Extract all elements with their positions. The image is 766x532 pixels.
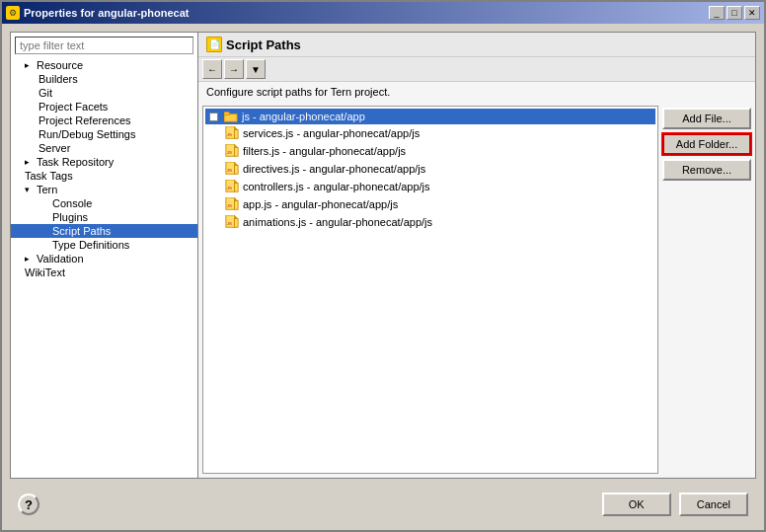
cancel-button[interactable]: Cancel [679,493,748,516]
sidebar-item-project-facets-label: Project Facets [38,101,108,113]
svg-text:JS: JS [227,221,232,226]
js-file-icon-4: JS [225,197,239,211]
bottom-buttons: OK Cancel [602,493,748,516]
dropdown-button[interactable]: ▼ [246,59,266,79]
file-tree-item-label-4: app.js - angular-phonecat/app/js [243,198,398,210]
ok-button[interactable]: OK [602,493,671,516]
svg-text:JS: JS [227,203,232,208]
sidebar-item-project-references[interactable]: Project References [11,114,197,127]
svg-marker-19 [235,197,239,201]
file-tree-root-label: js - angular-phonecat/app [242,111,365,122]
minimize-button[interactable]: _ [709,6,725,20]
remove-button[interactable]: Remove... [662,159,751,181]
sidebar-item-project-references-label: Project References [38,114,131,126]
sidebar-item-console[interactable]: Console [11,196,197,210]
svg-text:JS: JS [227,132,232,137]
file-tree-item-2[interactable]: JS directives.js - angular-phonecat/app/… [205,160,655,178]
file-tree-item-0[interactable]: JS services.js - angular-phonecat/app/js [205,124,655,142]
help-button[interactable]: ? [18,494,39,515]
file-tree-item-3[interactable]: JS controllers.js - angular-phonecat/app… [205,178,655,195]
maximize-button[interactable]: □ [727,6,742,20]
close-button[interactable]: ✕ [744,6,760,20]
sidebar-item-script-paths-label: Script Paths [52,225,111,237]
svg-rect-4 [235,130,239,139]
sidebar-item-validation-label: Validation [37,253,84,265]
js-file-icon-2: JS [225,162,239,176]
sidebar-item-run-debug-label: Run/Debug Settings [38,128,135,140]
expand-tern-icon: ▾ [25,185,35,194]
svg-rect-24 [235,219,239,228]
file-tree-item-5[interactable]: JS animations.js - angular-phonecat/app/… [205,213,655,231]
sidebar-item-task-repository[interactable]: ▸ Task Repository [11,155,197,169]
sidebar-item-server-label: Server [38,142,70,154]
sidebar-item-console-label: Console [52,197,92,209]
expand-validation-icon: ▸ [25,254,35,264]
svg-rect-20 [235,201,239,210]
sidebar-item-resource-label: Resource [37,59,83,71]
filter-input[interactable] [15,37,193,54]
svg-marker-23 [235,215,239,219]
svg-marker-3 [235,126,239,130]
forward-button[interactable]: → [224,59,244,79]
sidebar-item-wikitext-label: WikiText [25,266,65,278]
js-file-icon-0: JS [225,126,239,140]
sidebar-item-tern[interactable]: ▾ Tern [11,183,197,196]
window-controls: _ □ ✕ [709,6,760,20]
sidebar-item-script-paths[interactable]: Script Paths [11,224,197,238]
back-button[interactable]: ← [202,59,222,79]
sidebar-item-resource[interactable]: ▸ Resource [11,58,197,72]
file-tree-root[interactable]: − js - angular-phonecat/app [205,109,655,124]
file-tree-item-label-0: services.js - angular-phonecat/app/js [243,127,420,139]
sidebar: ▸ Resource Builders Git Project Facets P… [11,33,198,478]
svg-rect-12 [235,166,239,175]
svg-marker-11 [235,162,239,166]
svg-rect-8 [235,148,239,157]
panel-title: Script Paths [226,38,301,52]
title-bar: ⚙ Properties for angular-phonecat _ □ ✕ [2,2,764,24]
sidebar-item-run-debug[interactable]: Run/Debug Settings [11,127,197,141]
js-file-icon-1: JS [225,144,239,158]
window-icon: ⚙ [6,6,20,20]
sidebar-item-builders-label: Builders [38,73,78,85]
sidebar-item-git[interactable]: Git [11,86,197,100]
panel-header: 📄 Script Paths [198,33,755,57]
expand-resource-icon: ▸ [25,60,35,70]
panel-toolbar: ← → ▼ [198,57,755,82]
sidebar-item-plugins-label: Plugins [52,211,88,223]
add-folder-button[interactable]: Add Folder... [662,133,751,155]
sidebar-item-git-label: Git [38,87,52,99]
panel-title-icon: 📄 [206,37,222,52]
add-file-button[interactable]: Add File... [662,108,751,129]
sidebar-item-task-tags[interactable]: Task Tags [11,169,197,183]
sidebar-item-project-facets[interactable]: Project Facets [11,100,197,114]
file-tree-item-1[interactable]: JS filters.js - angular-phonecat/app/js [205,142,655,160]
file-tree-item-label-2: directives.js - angular-phonecat/app/js [243,163,425,175]
sidebar-item-builders[interactable]: Builders [11,72,197,86]
main-area: ▸ Resource Builders Git Project Facets P… [10,32,756,479]
bottom-bar: ? OK Cancel [10,487,756,522]
svg-rect-1 [224,113,229,115]
sidebar-item-plugins[interactable]: Plugins [11,210,197,224]
description-text: Configure script paths for Tern project. [198,82,755,102]
side-buttons: Add File... Add Folder... Remove... [662,106,751,474]
window-title: Properties for angular-phonecat [24,7,705,19]
svg-text:JS: JS [227,186,232,190]
panel-body: − js - angular-phonecat/app [198,102,755,478]
sidebar-item-wikitext[interactable]: WikiText [11,266,197,279]
file-tree-area[interactable]: − js - angular-phonecat/app [202,106,658,474]
js-file-icon-5: JS [225,215,239,229]
file-tree-item-4[interactable]: JS app.js - angular-phonecat/app/js [205,195,655,213]
sidebar-item-type-definitions-label: Type Definitions [52,239,129,251]
sidebar-item-type-definitions[interactable]: Type Definitions [11,238,197,252]
svg-marker-7 [235,144,239,148]
properties-window: ⚙ Properties for angular-phonecat _ □ ✕ … [0,0,766,532]
sidebar-item-validation[interactable]: ▸ Validation [11,252,197,266]
js-file-icon-3: JS [225,180,239,193]
sidebar-item-task-repository-label: Task Repository [37,156,114,168]
collapse-icon: − [209,113,218,121]
svg-marker-15 [235,180,239,184]
sidebar-item-server[interactable]: Server [11,141,197,155]
svg-text:JS: JS [227,150,232,155]
window-content: ▸ Resource Builders Git Project Facets P… [2,24,764,530]
file-tree-item-label-1: filters.js - angular-phonecat/app/js [243,145,406,157]
